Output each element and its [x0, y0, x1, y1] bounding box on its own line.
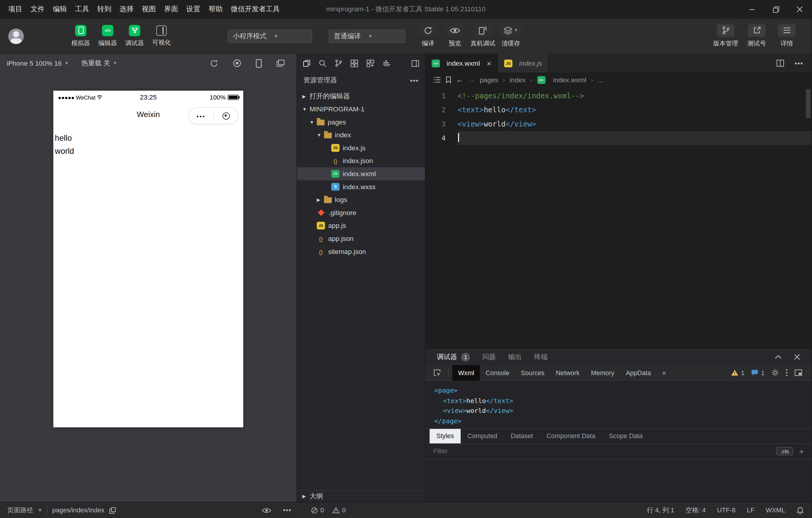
panel-toggle-icon[interactable]	[411, 60, 419, 66]
tree-file-app-json[interactable]: app.json	[297, 232, 425, 245]
menu-help[interactable]: 帮助	[204, 2, 227, 17]
close-tab-icon[interactable]: ×	[487, 59, 491, 67]
tree-file-index-js[interactable]: index.js	[297, 141, 425, 155]
menu-file[interactable]: 文件	[26, 2, 49, 17]
clear-cache-button[interactable]: ▼ 清缓存	[499, 24, 522, 48]
add-style-button[interactable]: +	[799, 447, 804, 456]
breadcrumb-item-pages[interactable]: pages	[480, 76, 498, 83]
breadcrumb-item-symbol[interactable]: ...	[598, 76, 603, 83]
forward-arrow-icon[interactable]: →	[468, 76, 475, 84]
close-window-button[interactable]	[788, 0, 811, 19]
eye-icon[interactable]	[262, 507, 271, 514]
device-icon[interactable]	[256, 59, 262, 68]
page-path-selector[interactable]: 页面路径	[7, 506, 33, 515]
remote-debug-button[interactable]: 真机调试	[470, 24, 495, 48]
maximize-button[interactable]	[764, 0, 788, 19]
tree-folder-pages[interactable]: ▼ pages	[297, 115, 425, 129]
device-selector[interactable]: iPhone 5 100% 16 ▼	[7, 59, 69, 67]
indent-setting[interactable]: 空格: 4	[686, 506, 706, 515]
tab-index-wxml[interactable]: index.wxml ×	[426, 54, 498, 73]
debugger-toggle-button[interactable]: 调试器	[123, 25, 146, 48]
list-icon[interactable]	[434, 77, 441, 83]
cls-button[interactable]: .cls	[776, 447, 793, 455]
tab-computed[interactable]: Computed	[461, 429, 504, 443]
language-mode[interactable]: WXML	[766, 507, 785, 514]
tab-dataset[interactable]: Dataset	[504, 429, 540, 443]
editor-toggle-button[interactable]: </> 编辑器	[96, 25, 119, 48]
menu-edit[interactable]: 编辑	[49, 2, 71, 17]
search-icon[interactable]	[319, 59, 326, 67]
devtools-tab-network[interactable]: Network	[550, 365, 585, 380]
copy-icon[interactable]	[109, 507, 116, 514]
wxml-node-view[interactable]: <view>world</view>	[434, 406, 811, 416]
close-icon[interactable]	[794, 354, 800, 360]
filter-input[interactable]	[433, 447, 588, 455]
wxml-node-text[interactable]: <text>hello</text>	[434, 396, 811, 406]
inspect-icon[interactable]	[430, 369, 445, 377]
tree-project-root[interactable]: ▼ MINIPROGRAM-1	[297, 103, 425, 115]
tree-section-open-editors[interactable]: ▶ 打开的编辑器	[297, 90, 425, 103]
menu-devtools[interactable]: 微信开发者工具	[227, 2, 284, 17]
encoding-setting[interactable]: UTF-8	[717, 507, 735, 514]
hot-reload-selector[interactable]: 热重载 关 ▼	[81, 58, 117, 68]
devtools-tab-appdata[interactable]: AppData	[620, 365, 657, 380]
code-editor[interactable]: 1 <!--pages/index/index.wxml--> 2 <text>…	[426, 87, 812, 348]
test-account-button[interactable]: 测试号	[745, 24, 768, 48]
bookmark-icon[interactable]	[446, 76, 452, 83]
kebab-icon[interactable]	[786, 369, 788, 377]
menu-select[interactable]: 选择	[115, 2, 138, 17]
warning-icon[interactable]	[731, 369, 738, 376]
capsule-button[interactable]: •••	[188, 107, 239, 125]
minimize-button[interactable]	[740, 0, 764, 19]
more-icon[interactable]: •••	[795, 59, 803, 67]
tree-file-app-js[interactable]: app.js	[297, 219, 425, 232]
tab-scope-data[interactable]: Scope Data	[602, 429, 649, 443]
tree-file-index-wxss[interactable]: index.wxss	[297, 180, 425, 193]
mode-select[interactable]: 小程序模式 ▼	[228, 29, 312, 43]
dock-icon[interactable]	[794, 369, 802, 376]
more-icon[interactable]: •••	[283, 507, 291, 514]
tree-file-index-wxml[interactable]: index.wxml	[297, 167, 425, 180]
grid-icon[interactable]	[350, 59, 358, 67]
devtools-tab-console[interactable]: Console	[480, 365, 515, 380]
breadcrumb-item-file[interactable]: index.wxml	[553, 76, 586, 83]
capsule-home-icon[interactable]	[222, 112, 229, 119]
wxml-node-page-open[interactable]: <page>	[434, 385, 811, 396]
tree-folder-logs[interactable]: ▶ logs	[297, 193, 425, 207]
message-icon[interactable]	[751, 369, 758, 376]
version-manage-button[interactable]: 版本管理	[713, 24, 738, 48]
avatar[interactable]	[8, 28, 24, 44]
tab-component-data[interactable]: Component Data	[540, 429, 602, 443]
breadcrumb-item-index[interactable]: index	[510, 76, 526, 83]
tab-debugger[interactable]: 调试器 1	[437, 352, 470, 361]
status-problems[interactable]: 0 0	[296, 507, 425, 514]
files-icon[interactable]	[303, 59, 311, 67]
tree-file-gitignore[interactable]: .gitignore	[297, 206, 425, 219]
preview-button[interactable]: 预览	[444, 24, 467, 48]
tab-styles[interactable]: Styles	[430, 429, 461, 443]
devtools-tab-wxml[interactable]: Wxml	[452, 365, 480, 380]
split-editor-icon[interactable]	[777, 60, 784, 67]
tab-index-js[interactable]: index.js	[498, 54, 549, 73]
menu-project[interactable]: 项目	[4, 2, 26, 17]
git-branch-icon[interactable]	[335, 59, 342, 67]
gear-icon[interactable]	[771, 369, 779, 377]
wxml-node-page-close[interactable]: </page>	[434, 416, 811, 426]
devtools-tab-sources[interactable]: Sources	[515, 365, 550, 380]
compile-mode-select[interactable]: 普通编译 ▼	[328, 29, 405, 43]
tab-output[interactable]: 输出	[509, 352, 522, 361]
visual-toggle-button[interactable]: 可视化	[150, 25, 173, 48]
details-button[interactable]: 详情	[776, 24, 799, 48]
devtools-tab-overflow[interactable]: »	[657, 365, 672, 380]
eol-setting[interactable]: LF	[747, 507, 754, 514]
devtools-tab-memory[interactable]: Memory	[585, 365, 620, 380]
tree-file-sitemap-json[interactable]: sitemap.json	[297, 245, 425, 258]
menu-view[interactable]: 视图	[138, 2, 160, 17]
simulator-toggle-button[interactable]: 模拟器	[69, 25, 92, 48]
menu-interface[interactable]: 界面	[160, 2, 182, 17]
back-arrow-icon[interactable]: ←	[456, 76, 463, 84]
tree-file-index-json[interactable]: index.json	[297, 155, 425, 167]
blocks-icon[interactable]	[367, 59, 374, 67]
tab-terminal[interactable]: 终端	[534, 352, 548, 361]
outline-section[interactable]: ▶ 大纲	[297, 490, 425, 502]
